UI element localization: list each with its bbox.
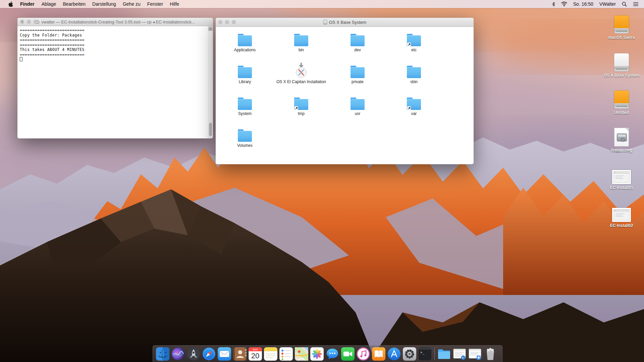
finder-window[interactable]: OS X Base System Applications bin dev et… [216, 18, 474, 164]
menu-fenster[interactable]: Fenster [144, 1, 166, 7]
menu-hilfe[interactable]: Hilfe [166, 1, 182, 7]
dock-finder-icon[interactable] [155, 346, 170, 362]
svg-text:20: 20 [251, 352, 259, 360]
finder-item[interactable]: Volumes [217, 126, 273, 158]
dock-appstore-icon[interactable] [386, 346, 402, 362]
finder-item[interactable]: sbin [386, 63, 442, 95]
finder-item[interactable]: private [329, 63, 386, 95]
desktop-icon-label: EC-Install02 [601, 223, 642, 228]
app-menus: FinderAblageBearbeitenDarstellungGehe zu… [16, 1, 182, 7]
dock-launchpad-icon[interactable] [186, 346, 201, 362]
finder-item-label: OS X El Capitan Installation [276, 80, 326, 84]
finder-item-label: bin [299, 48, 304, 52]
svg-text:>_: >_ [420, 351, 425, 355]
dock-messages-icon[interactable] [325, 346, 340, 362]
scrollbar-thumb[interactable] [209, 123, 212, 136]
menu-bearbeiten[interactable]: Bearbeiten [59, 1, 89, 7]
finder-item-label: var [411, 112, 417, 116]
finder-titlebar[interactable]: OS X Base System [216, 18, 474, 27]
dock-folder-documents-icon[interactable] [436, 346, 452, 362]
bluetooth-icon[interactable] [551, 0, 556, 8]
finder-item-label: private [352, 80, 364, 84]
terminal-scrollbar[interactable] [208, 26, 213, 138]
desktop-icon-label: Install.dmgInstall.img [601, 148, 642, 153]
finder-item[interactable]: etc [386, 31, 442, 63]
dock-safari-icon[interactable] [201, 346, 217, 362]
search-icon[interactable] [621, 0, 628, 8]
finder-item[interactable]: var [386, 95, 442, 126]
dock-reminders-icon[interactable] [278, 346, 294, 362]
finder-item[interactable]: Applications [217, 31, 273, 63]
wifi-icon[interactable] [560, 0, 569, 8]
close-button[interactable] [20, 20, 24, 24]
folder-icon [238, 67, 252, 78]
alias-arrow-icon [294, 106, 298, 110]
dock: AUG20>_ [153, 345, 502, 362]
zoom-button[interactable] [34, 20, 38, 24]
menu-bar-user[interactable]: VWalter [598, 0, 617, 8]
dock-mail-icon[interactable] [217, 346, 232, 362]
notification-center-icon[interactable] [632, 0, 640, 8]
menu-finder[interactable]: Finder [16, 1, 38, 7]
finder-item-label: System [238, 112, 252, 116]
finder-item[interactable]: tmp [273, 95, 329, 126]
terminal-window[interactable]: vwalter — EC-Installationstick-Creating-… [17, 18, 213, 138]
dock-itunes-icon[interactable] [356, 346, 371, 362]
desktop-icon-label: macOS Sierra [601, 35, 642, 40]
desktop-icon-ec-install02[interactable]: EC-Install02 [601, 202, 642, 228]
close-button[interactable] [218, 20, 222, 24]
folder-icon [294, 35, 308, 46]
folder-icon [407, 67, 421, 78]
desktop-icon-os-x-base-system[interactable]: OS X Base System [601, 52, 642, 78]
terminal-cursor [20, 57, 22, 61]
menu-bar-left: FinderAblageBearbeitenDarstellungGehe zu… [0, 0, 182, 8]
terminal-content[interactable]: ========================== Copy the Fold… [17, 26, 213, 138]
dock-photos-icon[interactable] [309, 346, 325, 362]
external-drive-icon [614, 15, 629, 34]
screenshot-file-icon [612, 208, 631, 222]
folder-icon [351, 99, 365, 110]
finder-item[interactable]: usr [329, 95, 386, 126]
folder-icon [351, 67, 365, 78]
dock-minimized-window-finder-icon[interactable] [467, 346, 483, 362]
desktop-icon-ec-install01[interactable]: EC-Install01 [601, 165, 642, 190]
dock-sysprefs-icon[interactable] [402, 346, 417, 362]
folder-icon [238, 131, 252, 142]
minimize-button[interactable] [27, 20, 31, 24]
finder-item[interactable]: System [217, 95, 273, 126]
finder-item-label: sbin [410, 80, 418, 84]
finder-item[interactable]: dev [329, 31, 386, 63]
zoom-button[interactable] [232, 20, 236, 24]
dock-siri-icon[interactable] [170, 346, 186, 362]
menu-ablage[interactable]: Ablage [38, 1, 60, 7]
el-capitan-installer-icon [293, 63, 309, 78]
dock-minimized-window-safari-icon[interactable] [452, 346, 467, 362]
screenshot-file-icon [612, 170, 631, 184]
svg-text:AUG: AUG [253, 348, 258, 351]
menu-bar-clock[interactable]: So. 16:50 [572, 0, 595, 8]
finder-item-label: etc [411, 48, 417, 52]
minimize-button[interactable] [225, 20, 229, 24]
apple-menu[interactable] [5, 0, 16, 8]
folder-icon [238, 99, 252, 110]
menu-darstellung[interactable]: Darstellung [89, 1, 119, 7]
folder-icon [351, 35, 365, 46]
dock-facetime-icon[interactable] [340, 346, 356, 362]
finder-item[interactable]: OS X El Capitan Installation [273, 63, 329, 95]
dock-calendar-icon[interactable]: AUG20 [248, 346, 263, 362]
dock-contacts-icon[interactable] [232, 346, 248, 362]
desktop-icon-install-dmg[interactable]: Install.dmgInstall.img [601, 127, 642, 153]
finder-item[interactable]: bin [273, 31, 329, 63]
terminal-titlebar[interactable]: vwalter — EC-Installationstick-Creating-… [17, 18, 213, 26]
menu-bar: FinderAblageBearbeitenDarstellungGehe zu… [0, 0, 644, 8]
dock-ibooks-icon[interactable] [371, 346, 386, 362]
desktop-icon-untitled[interactable]: Untitled [601, 89, 642, 115]
finder-content[interactable]: Applications bin dev etc Library OS X El… [216, 27, 474, 164]
desktop-icon-macos-sierra[interactable]: macOS Sierra [601, 14, 642, 40]
dock-trash-icon[interactable] [483, 346, 498, 362]
finder-item[interactable]: Library [217, 63, 273, 95]
dock-notes-icon[interactable] [263, 346, 278, 362]
dock-terminal-icon[interactable]: >_ [417, 346, 433, 362]
menu-gehe-zu[interactable]: Gehe zu [119, 1, 144, 7]
dock-maps-icon[interactable] [294, 346, 309, 362]
